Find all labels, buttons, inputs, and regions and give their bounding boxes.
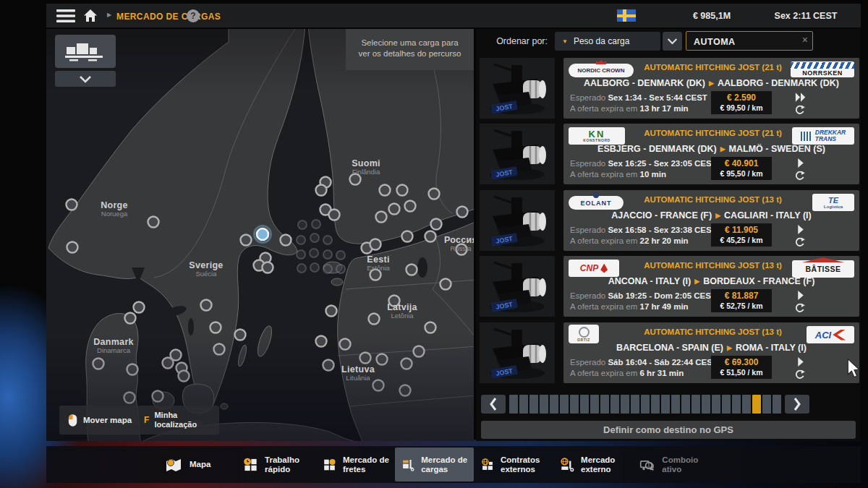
cargo-listing[interactable]: EOLANT AUTOMATIC HITCHING JOST (13 t) TE… <box>563 190 859 251</box>
tab-mercado-de-cargas[interactable]: Mercado de cargas <box>395 448 474 481</box>
city-dot[interactable] <box>179 371 190 382</box>
city-dot[interactable] <box>214 344 225 355</box>
clear-search-icon[interactable]: × <box>802 34 808 46</box>
page-square[interactable] <box>600 395 609 414</box>
cargo-listing[interactable]: KNKONSTNORD AUTOMATIC HITCHING JOST (21 … <box>563 124 859 184</box>
city-dot[interactable] <box>456 244 467 255</box>
page-square[interactable] <box>509 395 518 414</box>
cargo-thumbnail[interactable] <box>480 58 555 119</box>
city-dot[interactable] <box>241 235 252 246</box>
city-dot[interactable] <box>402 231 413 242</box>
tab-mercado-de-fretes[interactable]: Mercado de fretes <box>316 448 395 481</box>
city-dot[interactable] <box>350 174 361 185</box>
collapse-button[interactable] <box>55 71 116 87</box>
city-dot[interactable] <box>67 200 77 210</box>
home-icon[interactable] <box>82 9 98 23</box>
city-dot[interactable] <box>414 346 425 357</box>
page-square[interactable] <box>762 395 771 414</box>
help-icon[interactable]: ? <box>187 9 200 22</box>
city-dot[interactable] <box>235 330 246 341</box>
city-dot[interactable] <box>389 296 400 307</box>
sort-dropdown[interactable]: ▼ Peso da carga <box>555 32 660 51</box>
page-square[interactable] <box>570 395 579 414</box>
page-square[interactable] <box>529 395 538 414</box>
page-square[interactable] <box>621 395 629 414</box>
cargo-thumbnail[interactable] <box>480 190 555 251</box>
city-dot[interactable] <box>163 358 174 369</box>
cargo-listing[interactable]: ORTIZ AUTOMATIC HITCHING JOST (13 t) ACI… <box>563 322 859 383</box>
cargo-thumbnail[interactable] <box>480 256 555 317</box>
city-dot[interactable] <box>431 219 442 230</box>
player-location-dot[interactable] <box>257 228 268 240</box>
cargo-listing[interactable]: NORDIC CROWN AUTOMATIC HITCHING JOST (21… <box>563 58 859 119</box>
page-square[interactable] <box>671 395 680 414</box>
city-dot[interactable] <box>148 217 159 228</box>
city-dot[interactable] <box>401 359 412 369</box>
hamburger-menu-icon[interactable] <box>56 9 75 23</box>
city-dot[interactable] <box>329 210 340 221</box>
page-square[interactable] <box>773 395 781 414</box>
cargo-listing[interactable]: CNP AUTOMATIC HITCHING JOST (13 t) BÂTIS… <box>563 256 859 317</box>
cargo-view-button[interactable] <box>55 35 116 68</box>
cargo-thumbnail[interactable] <box>480 124 555 184</box>
city-dot[interactable] <box>93 359 104 369</box>
page-square[interactable] <box>702 395 710 414</box>
page-square[interactable] <box>610 395 619 414</box>
city-dot[interactable] <box>323 360 334 371</box>
city-dot[interactable] <box>373 380 384 391</box>
city-dot[interactable] <box>457 207 468 218</box>
page-square[interactable] <box>752 395 761 414</box>
tab-trabalho-rapido[interactable]: Trabalho rápido <box>237 448 315 481</box>
city-dot[interactable] <box>397 185 408 196</box>
page-square[interactable] <box>651 395 660 414</box>
city-dot[interactable] <box>429 189 440 200</box>
city-dot[interactable] <box>441 279 451 290</box>
city-dot[interactable] <box>134 302 145 313</box>
page-square[interactable] <box>742 395 751 414</box>
search-input[interactable] <box>686 32 804 51</box>
page-square[interactable] <box>732 395 741 414</box>
city-dot[interactable] <box>281 235 292 246</box>
city-dot[interactable] <box>201 300 212 311</box>
city-dot[interactable] <box>370 270 381 281</box>
city-dot[interactable] <box>380 185 391 196</box>
sort-expand-button[interactable] <box>663 32 682 51</box>
city-dot[interactable] <box>326 306 337 317</box>
page-square[interactable] <box>722 395 731 414</box>
page-square[interactable] <box>692 395 700 414</box>
tab-contratos-externos[interactable]: Contratos externos <box>475 448 553 481</box>
city-dot[interactable] <box>425 231 436 242</box>
city-dot[interactable] <box>316 336 327 347</box>
city-dot[interactable] <box>153 391 163 402</box>
cargo-thumbnail[interactable] <box>480 322 555 383</box>
city-dot[interactable] <box>389 204 400 215</box>
city-dot[interactable] <box>125 313 136 324</box>
page-square[interactable] <box>641 395 650 414</box>
city-dot[interactable] <box>425 322 436 333</box>
city-dot[interactable] <box>340 339 351 350</box>
page-square[interactable] <box>519 395 528 414</box>
city-dot[interactable] <box>370 239 381 250</box>
city-dot[interactable] <box>376 212 387 223</box>
page-square[interactable] <box>661 395 670 414</box>
city-dot[interactable] <box>377 354 388 365</box>
previous-page-button[interactable] <box>481 395 506 414</box>
page-square[interactable] <box>550 395 558 414</box>
page-square[interactable] <box>540 395 548 414</box>
page-square[interactable] <box>631 395 639 414</box>
tab-mercado-externo[interactable]: Mercado externo <box>553 448 632 481</box>
page-square[interactable] <box>580 395 589 414</box>
city-dot[interactable] <box>405 201 416 212</box>
set-gps-destination-button[interactable]: Definir como destino no GPS <box>481 421 856 439</box>
city-dot[interactable] <box>360 353 371 364</box>
next-page-button[interactable] <box>785 395 809 414</box>
page-square[interactable] <box>590 395 599 414</box>
city-dot[interactable] <box>127 364 138 375</box>
tab-mapa[interactable]: Mapa <box>158 448 237 481</box>
city-dot[interactable] <box>263 262 273 273</box>
page-square[interactable] <box>712 395 720 414</box>
europe-map[interactable] <box>46 29 474 441</box>
city-dot[interactable] <box>124 393 135 403</box>
city-dot[interactable] <box>369 314 380 325</box>
city-dot[interactable] <box>67 242 78 253</box>
